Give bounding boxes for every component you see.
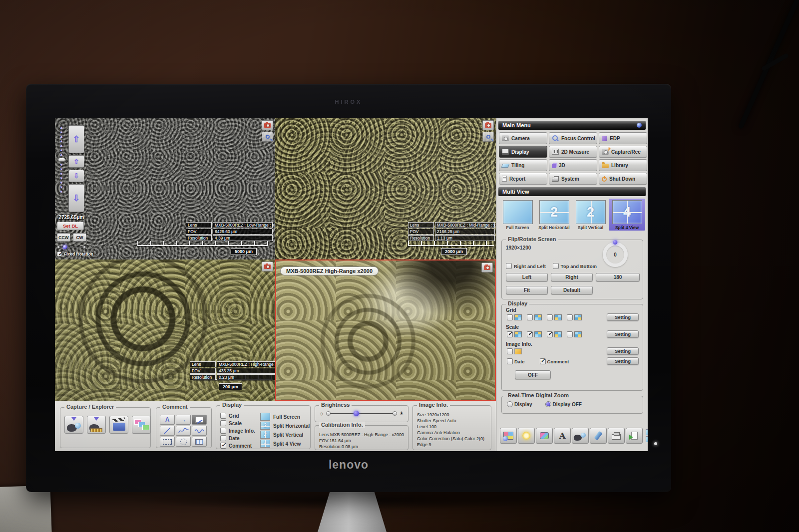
date-checkbox[interactable] — [220, 435, 226, 441]
z-step-slider[interactable]: ▲▲▲▲▲▲▲ ▼▼▼▼▼▼▼ — [57, 125, 66, 212]
image-info-checkbox[interactable] — [220, 428, 226, 434]
image-adjust-button[interactable] — [536, 428, 553, 444]
image-info-display-checkbox[interactable] — [507, 348, 513, 354]
quadrant-capture-button[interactable] — [482, 120, 494, 130]
quadrant-capture-button[interactable] — [481, 263, 493, 272]
rotate-left-button[interactable]: Left — [506, 273, 548, 281]
print-button[interactable] — [608, 428, 625, 444]
menu-report-button[interactable]: Report — [499, 173, 547, 185]
set-bl-button[interactable]: Set BL — [57, 222, 84, 230]
slider-max-knob[interactable] — [393, 411, 397, 416]
mini-split-selector[interactable] — [646, 429, 648, 442]
rotation-speed-slider[interactable] — [57, 245, 86, 249]
rotate-right-button[interactable]: Right — [551, 273, 593, 281]
menu-3d-button[interactable]: 3D — [549, 159, 597, 171]
split-vertical-option[interactable]: 2 Split Vertical — [572, 199, 609, 231]
menu-library-button[interactable]: Library — [599, 159, 647, 171]
slider-min-knob[interactable] — [326, 411, 331, 416]
comment-note-tool[interactable] — [192, 415, 207, 425]
comment-rectangle-tool[interactable] — [160, 437, 175, 447]
scale-q4-checkbox[interactable] — [567, 331, 573, 337]
split-horizontal-option[interactable]: 2 Split Horizontal — [536, 199, 572, 231]
grid-checkbox[interactable] — [220, 413, 226, 419]
grid-q1-checkbox[interactable] — [507, 314, 513, 320]
illumination-button[interactable] — [518, 428, 535, 444]
comment-checkbox[interactable] — [220, 443, 226, 449]
image-explorer-button[interactable] — [132, 416, 151, 434]
scale-q2-checkbox[interactable] — [527, 331, 533, 337]
rotate-ccw-button[interactable]: CCW — [57, 233, 70, 242]
full-screen-option[interactable]: Full Screen — [499, 199, 536, 231]
slider-thumb[interactable] — [63, 245, 67, 249]
comment-text-tool[interactable]: A — [160, 415, 175, 425]
off-button[interactable]: OFF — [515, 370, 551, 379]
brightness-slider[interactable] — [327, 413, 396, 414]
viewport-high-range-2000-selected[interactable]: MXB-5000REZ High-Range x2000 — [275, 260, 496, 401]
scale-q3-checkbox[interactable] — [547, 331, 553, 337]
menu-capture-rec-button[interactable]: Capture/Rec — [599, 146, 647, 158]
capture-tool-button[interactable] — [572, 428, 589, 444]
capture-with-scale-button[interactable] — [87, 416, 106, 434]
fit-button[interactable]: Fit — [506, 286, 548, 294]
split-vertical-view-button[interactable]: 2Split Vertical — [260, 431, 310, 439]
quadrant-zoom-button[interactable] — [262, 132, 273, 142]
date-checkbox[interactable] — [507, 358, 513, 364]
rotation-knob[interactable]: 0 — [603, 242, 628, 267]
capture-image-button[interactable] — [64, 416, 83, 434]
lens-tool-button[interactable] — [590, 428, 607, 444]
z-up-fast-button[interactable]: ⇧ — [68, 125, 84, 153]
quadrant-capture-button[interactable] — [262, 120, 273, 130]
menu-focus-control-button[interactable]: Focus Control — [549, 132, 597, 144]
knob-indicator — [613, 240, 618, 245]
comment-stamp-tool[interactable] — [192, 437, 207, 447]
record-movie-button[interactable] — [109, 416, 128, 434]
rotate-cw-button[interactable]: CW — [73, 233, 86, 242]
right-and-left-checkbox[interactable] — [506, 263, 512, 269]
comment-scribble-tool[interactable] — [176, 426, 191, 436]
viewport-high-range-700[interactable]: LensMXB-5000REZ : High-Range : x700 FOV4… — [55, 260, 275, 401]
grid-q4-checkbox[interactable] — [567, 314, 573, 320]
menu-shut-down-button[interactable]: Shut Down — [599, 173, 647, 185]
display-radio[interactable] — [507, 401, 513, 407]
text-tool-button[interactable]: A — [554, 428, 571, 444]
top-and-bottom-checkbox[interactable] — [553, 263, 559, 269]
z-down-slow-button[interactable]: ⇩ — [68, 170, 84, 182]
brightness-thumb[interactable] — [354, 411, 359, 416]
display-off-radio[interactable] — [545, 401, 551, 407]
comment-arrow-tool[interactable]: → — [176, 415, 191, 425]
menu-camera-button[interactable]: Camera — [499, 132, 547, 144]
comment-line-tool[interactable] — [160, 426, 175, 436]
scale-setting-button[interactable]: Setting — [607, 330, 639, 338]
full-screen-view-button[interactable]: Full Screen — [260, 413, 310, 421]
viewport-mid-range[interactable]: LensMXB-5000REZ : Mid-Range : x140 FOV21… — [275, 118, 496, 260]
split-4-view-option[interactable]: 4 Split 4 View — [609, 199, 645, 231]
z-slider-knob[interactable] — [58, 158, 65, 162]
date-comment-setting-button[interactable]: Setting — [607, 357, 639, 365]
menu-display-button[interactable]: Display — [499, 146, 547, 158]
comment-checkbox[interactable] — [540, 358, 546, 364]
fixed-rotation-checkbox[interactable] — [57, 252, 62, 257]
z-up-slow-button[interactable]: ⇧ — [68, 155, 84, 168]
scale-checkbox[interactable] — [220, 420, 226, 426]
comment-freehand-tool[interactable] — [192, 426, 207, 436]
comment-circle-tool[interactable] — [176, 437, 191, 447]
scale-q1-checkbox[interactable] — [507, 331, 513, 337]
menu-system-button[interactable]: System — [549, 173, 597, 185]
menu-2d-measure-button[interactable]: 2D Measure — [549, 146, 597, 158]
grid-q2-checkbox[interactable] — [527, 314, 533, 320]
image-info-setting-button[interactable]: Setting — [607, 347, 639, 355]
export-button[interactable] — [626, 428, 643, 444]
apps-launcher-button[interactable] — [500, 428, 517, 444]
quadrant-zoom-button[interactable] — [482, 132, 494, 142]
z-down-fast-button[interactable]: ⇩ — [68, 184, 84, 212]
menu-edp-button[interactable]: EDP — [599, 132, 647, 144]
quadrant-capture-button[interactable] — [262, 262, 273, 271]
default-button[interactable]: Default — [551, 286, 593, 294]
rotate-180-button[interactable]: 180 — [596, 273, 640, 281]
grid-setting-button[interactable]: Setting — [607, 313, 639, 321]
split-4-view-button[interactable]: 4Split 4 View — [260, 440, 310, 448]
menu-tiling-button[interactable]: Tiling — [499, 159, 547, 171]
info-sphere-icon[interactable] — [637, 123, 642, 128]
split-horizontal-view-button[interactable]: 2Split Horizontal — [260, 422, 310, 430]
grid-q3-checkbox[interactable] — [547, 314, 553, 320]
